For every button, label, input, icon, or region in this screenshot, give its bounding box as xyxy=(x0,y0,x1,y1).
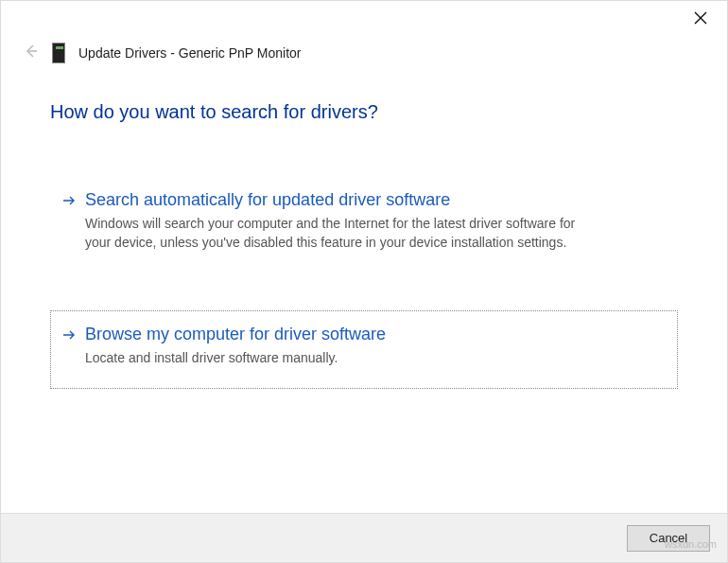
titlebar xyxy=(1,1,727,39)
dialog-footer: Cancel xyxy=(1,513,727,562)
update-drivers-dialog: Update Drivers - Generic PnP Monitor How… xyxy=(0,0,728,563)
option-search-automatically[interactable]: Search automatically for updated driver … xyxy=(50,176,678,274)
close-button[interactable] xyxy=(687,7,714,33)
page-heading: How do you want to search for drivers? xyxy=(50,101,678,123)
close-icon xyxy=(694,11,707,28)
content-area: How do you want to search for drivers? S… xyxy=(1,67,727,513)
back-button[interactable] xyxy=(24,44,39,62)
option-description: Windows will search your computer and th… xyxy=(85,214,596,253)
back-arrow-icon xyxy=(24,44,39,62)
dialog-title: Update Drivers - Generic PnP Monitor xyxy=(78,45,302,61)
option-title: Search automatically for updated driver … xyxy=(85,190,658,210)
option-title: Browse my computer for driver software xyxy=(85,325,658,344)
watermark: wsxdn.com xyxy=(665,538,717,550)
header-row: Update Drivers - Generic PnP Monitor xyxy=(1,39,727,67)
monitor-device-icon xyxy=(52,43,65,63)
option-description: Locate and install driver software manua… xyxy=(85,348,596,367)
option-browse-computer[interactable]: Browse my computer for driver software L… xyxy=(50,310,678,389)
arrow-right-icon xyxy=(62,325,76,345)
arrow-right-icon xyxy=(62,190,76,211)
